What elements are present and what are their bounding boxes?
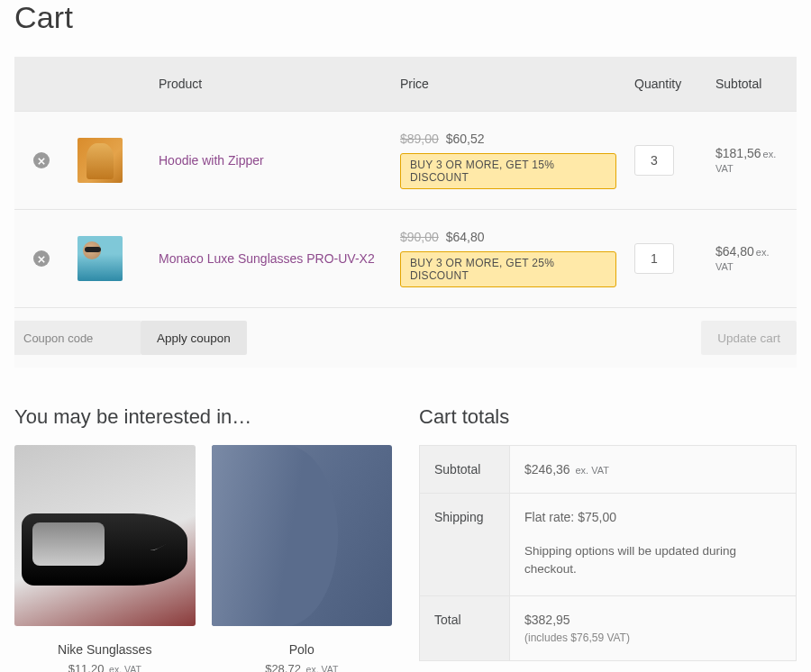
subtotal-value: $64,80	[715, 244, 754, 259]
totals-includes-vat: (includes $76,59 VAT)	[524, 631, 781, 644]
interest-heading: You may be interested in…	[14, 405, 392, 429]
totals-subtotal-label: Subtotal	[420, 446, 510, 494]
col-subtotal-header: Subtotal	[706, 57, 797, 112]
col-price-header: Price	[391, 57, 625, 112]
col-quantity-header: Quantity	[625, 57, 706, 112]
totals-total-label: Total	[420, 595, 510, 660]
shipping-note: Shipping options will be updated during …	[524, 542, 781, 579]
totals-total-value: $382,95	[524, 613, 570, 627]
interest-product-price: $11,20 ex. VAT	[14, 662, 196, 673]
quantity-input[interactable]	[634, 243, 674, 274]
remove-item-button[interactable]	[33, 250, 50, 267]
subtotal-value: $181,56	[715, 146, 761, 160]
interest-product-name: Nike Sunglasses	[14, 642, 196, 657]
coupon-form: Apply coupon	[14, 321, 247, 355]
price-old: $90,00	[400, 230, 439, 244]
totals-shipping-label: Shipping	[420, 494, 510, 596]
swoosh-icon	[150, 539, 169, 548]
coupon-input[interactable]	[14, 321, 141, 355]
price-new: $60,52	[446, 132, 485, 146]
remove-item-button[interactable]	[33, 152, 50, 168]
apply-coupon-button[interactable]: Apply coupon	[141, 321, 247, 355]
interest-section: You may be interested in… NIKE Nike Sung…	[14, 405, 392, 672]
interest-card: Polo $28,72 ex. VAT Add to cart	[212, 445, 393, 672]
ex-vat-label: ex. VAT	[576, 465, 610, 476]
close-icon	[38, 252, 45, 266]
brand-text: NIKE	[38, 530, 57, 538]
col-thumb-header	[68, 57, 150, 112]
col-product-header: Product	[150, 57, 391, 112]
product-thumbnail[interactable]	[77, 138, 123, 183]
promo-badge: BUY 3 OR MORE, GET 25% DISCOUNT	[400, 251, 616, 287]
cart-table: Product Price Quantity Subtotal Hoodie w…	[14, 57, 797, 368]
cart-row: Monaco Luxe Sunglasses PRO-UV-X2 $90,00 …	[14, 210, 797, 308]
product-link[interactable]: Hoodie with Zipper	[159, 153, 264, 168]
totals-subtotal-value: $246,36	[524, 462, 570, 477]
price-old: $89,00	[400, 132, 439, 146]
totals-heading: Cart totals	[419, 405, 797, 429]
quantity-input[interactable]	[634, 145, 674, 176]
product-thumbnail[interactable]	[77, 236, 123, 281]
cart-actions-row: Apply coupon Update cart	[14, 308, 797, 368]
interest-product-name: Polo	[212, 642, 393, 657]
interest-card: NIKE Nike Sunglasses $11,20 ex. VAT Add …	[14, 445, 196, 672]
price-new: $64,80	[446, 230, 485, 244]
promo-badge: BUY 3 OR MORE, GET 15% DISCOUNT	[400, 153, 616, 189]
interest-product-image[interactable]: NIKE	[14, 445, 196, 626]
product-link[interactable]: Monaco Luxe Sunglasses PRO-UV-X2	[159, 251, 375, 266]
totals-section: Cart totals Subtotal $246,36 ex. VAT Shi…	[419, 405, 797, 672]
page-title: Cart	[14, 0, 797, 35]
totals-table: Subtotal $246,36 ex. VAT Shipping Flat r…	[419, 445, 797, 661]
col-remove-header	[14, 57, 68, 112]
cart-row: Hoodie with Zipper $89,00 $60,52 BUY 3 O…	[14, 112, 797, 210]
interest-product-image[interactable]	[212, 445, 393, 626]
close-icon	[38, 154, 45, 168]
totals-shipping-value: Flat rate: $75,00	[524, 510, 616, 524]
interest-product-price: $28,72 ex. VAT	[212, 662, 393, 673]
update-cart-button[interactable]: Update cart	[701, 321, 797, 355]
